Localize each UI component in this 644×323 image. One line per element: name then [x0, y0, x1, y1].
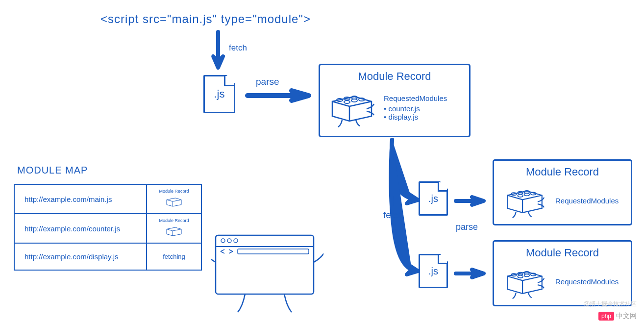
js-file-label: .js [214, 88, 225, 100]
mini-record-label: Module Record [151, 189, 197, 194]
requested-modules-label: RequestedModules [384, 94, 447, 102]
php-logo: php中文网 [598, 312, 637, 321]
svg-point-15 [518, 275, 523, 278]
lego-block-icon [501, 263, 548, 300]
module-record-title: Module Record [501, 247, 623, 259]
module-map-title: MODULE MAP [17, 165, 88, 176]
requested-modules-section: RequestedModules [555, 277, 619, 286]
svg-rect-18 [216, 235, 314, 294]
table-row: http://example.com/counter.js Module Rec… [14, 214, 201, 243]
arrow-right-icon [453, 191, 490, 211]
js-file-label: .js [428, 193, 438, 204]
dep-item: display.js [384, 113, 447, 121]
module-map-url: http://example.com/counter.js [14, 214, 147, 243]
mini-module-record-icon: Module Record [151, 189, 197, 209]
table-row: http://example.com/display.js fetching [14, 243, 201, 270]
fetch-label: fetch [383, 210, 403, 221]
fetch-label: fetch [229, 43, 247, 53]
module-map-url: http://example.com/display.js [14, 243, 147, 270]
js-file-icon: .js [203, 75, 235, 113]
module-map-fetching: fetching [147, 243, 201, 270]
table-row: http://example.com/main.js Module Record [14, 184, 201, 214]
module-record-box-main: Module Record RequestedModules counter.j… [319, 64, 471, 137]
svg-point-10 [524, 193, 530, 196]
parse-label: parse [456, 222, 478, 232]
script-tag-text: <script src="main.js" type="module"> [100, 12, 311, 26]
js-file-icon: .js [419, 181, 448, 216]
svg-point-4 [351, 99, 357, 102]
arrow-right-parse-icon [243, 86, 316, 105]
requested-modules-label: RequestedModules [555, 197, 619, 205]
requested-modules-section: RequestedModules counter.js display.js [384, 94, 447, 121]
module-record-box-display: Module Record RequestedModules [493, 240, 632, 306]
browser-character-icon [211, 228, 323, 316]
module-map-table: http://example.com/main.js Module Record… [14, 184, 202, 271]
mini-record-label: Module Record [151, 218, 197, 223]
requested-modules-label: RequestedModules [555, 277, 619, 286]
parse-label: parse [256, 76, 279, 87]
module-record-box-counter: Module Record RequestedModules [493, 159, 632, 225]
arrow-right-icon [453, 264, 490, 283]
module-map-url: http://example.com/main.js [14, 184, 147, 214]
svg-point-16 [524, 274, 530, 276]
dep-item: counter.js [384, 104, 447, 113]
watermark-text: ③搏士掘金技术社区 [584, 300, 637, 308]
js-file-label: .js [428, 266, 438, 277]
module-map-status-cell: Module Record [147, 184, 201, 214]
requested-modules-section: RequestedModules [555, 197, 619, 205]
svg-point-3 [344, 100, 350, 103]
lego-block-icon [327, 87, 376, 128]
module-map-status-cell: Module Record [147, 214, 201, 243]
module-record-title: Module Record [501, 166, 623, 178]
php-badge: php [598, 312, 614, 321]
js-file-icon: .js [419, 254, 448, 288]
svg-point-9 [518, 195, 523, 197]
arrow-down-fetch-icon [211, 29, 230, 74]
php-text: 中文网 [616, 312, 637, 320]
lego-block-icon [501, 182, 548, 219]
mini-module-record-icon: Module Record [151, 218, 197, 239]
module-record-title: Module Record [327, 70, 462, 83]
